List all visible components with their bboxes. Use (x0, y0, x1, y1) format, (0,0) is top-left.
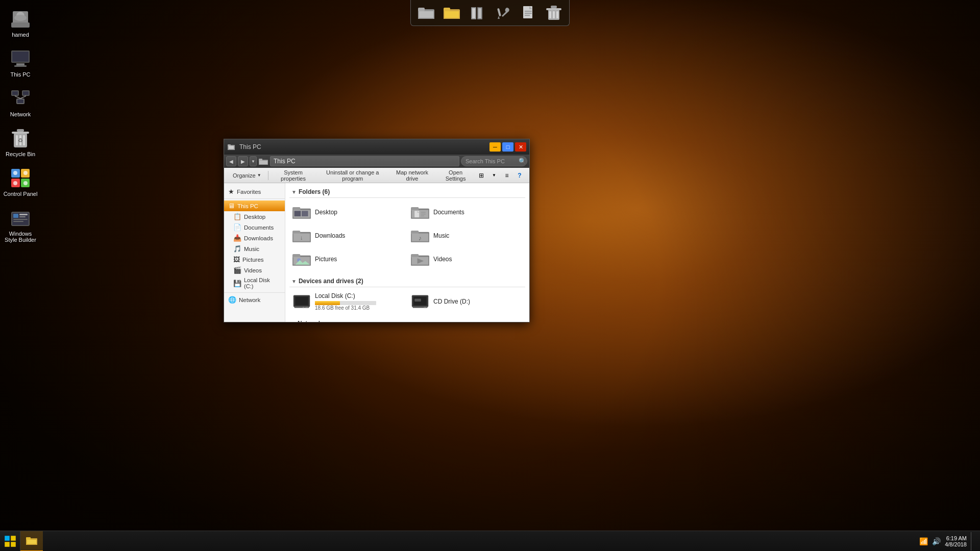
view-details-button[interactable]: ≡ (501, 170, 512, 181)
nav-folder-icon (258, 156, 268, 166)
ql-recycle-icon[interactable] (542, 2, 566, 23)
wsb-icon (10, 207, 31, 229)
window-toolbar: Organize ▼ System properties Uninstall o… (224, 168, 529, 183)
drives-section-header[interactable]: ▼ Devices and drives (2) (289, 274, 525, 287)
downloads-sidebar-icon: 📥 (233, 234, 241, 242)
ql-folder-icon[interactable] (414, 2, 438, 23)
minimize-button[interactable]: ─ (489, 142, 501, 152)
back-button[interactable]: ◀ (226, 156, 236, 166)
folder-videos[interactable]: Videos (408, 248, 525, 270)
wsb-label: Windows Style Builder (3, 231, 38, 243)
svg-rect-123 (27, 540, 36, 544)
view-tiles-button[interactable]: ⊞ (476, 170, 487, 181)
desktop-icons-area: hamed This PC Ne (0, 0, 41, 251)
svg-rect-73 (295, 211, 301, 216)
svg-rect-41 (419, 11, 433, 18)
svg-rect-80 (421, 212, 426, 213)
svg-rect-57 (553, 11, 555, 18)
desktop-icon-network[interactable]: Network (0, 85, 41, 120)
sidebar-music[interactable]: 🎵 Music (224, 243, 285, 254)
sidebar-divider-1 (224, 198, 285, 199)
svg-rect-33 (13, 214, 18, 218)
help-button[interactable]: ? (514, 170, 525, 181)
svg-rect-52 (525, 11, 532, 12)
svg-line-14 (15, 96, 20, 98)
folders-divider (289, 197, 525, 198)
organize-button[interactable]: Organize ▼ (228, 170, 266, 181)
folder-desktop[interactable]: Desktop (289, 201, 407, 223)
address-bar[interactable]: This PC (270, 156, 459, 166)
network-section-header[interactable]: ▶ Network (289, 317, 525, 322)
svg-point-28 (23, 171, 28, 175)
show-desktop-button[interactable] (971, 532, 975, 550)
sidebar-pictures[interactable]: 🖼 Pictures (224, 254, 285, 265)
drive-cd-d[interactable]: CD Drive (D:) (408, 290, 525, 313)
maximize-button[interactable]: □ (502, 142, 513, 152)
folder-music-icon: ♪ (411, 227, 429, 245)
local-disk-c-info: Local Disk (C:) 18.6 GB free of 31.4 GB (315, 292, 376, 311)
svg-point-29 (13, 181, 17, 185)
ql-tools-icon[interactable] (491, 2, 515, 23)
nav-dropdown-button[interactable]: ▼ (250, 156, 257, 166)
folders-section-header[interactable]: ▼ Folders (6) (289, 185, 525, 197)
view-dropdown-button[interactable]: ▼ (488, 170, 500, 181)
sidebar-divider-2 (224, 292, 285, 293)
ql-documents-icon[interactable] (516, 2, 541, 23)
search-input[interactable] (465, 158, 517, 164)
svg-point-3 (14, 15, 27, 21)
folder-desktop-icon (292, 203, 311, 221)
sidebar-this-pc[interactable]: 🖥 This PC (224, 201, 285, 211)
system-properties-button[interactable]: System properties (270, 170, 316, 181)
svg-rect-45 (445, 11, 459, 18)
sidebar-network[interactable]: 🌐 Network (224, 294, 285, 305)
local-disk-c-fill (315, 301, 340, 305)
ql-library-icon[interactable] (465, 2, 489, 23)
sidebar-local-disk[interactable]: 💾 Local Disk (C:) (224, 276, 285, 291)
open-settings-button[interactable]: Open Settings (436, 170, 475, 181)
ql-folder-open-icon[interactable] (439, 2, 464, 23)
close-button[interactable]: ✕ (515, 142, 526, 152)
toolbar-separator-1 (268, 171, 268, 180)
sidebar-documents[interactable]: 📄 Documents (224, 222, 285, 233)
explorer-window: This PC ─ □ ✕ ◀ ▶ ▼ This PC 🔍 (224, 139, 530, 322)
map-network-button[interactable]: Map network drive (389, 170, 435, 181)
desktop-icon-recycle-bin[interactable]: ♻ Recycle Bin (0, 124, 41, 160)
svg-rect-35 (19, 216, 26, 217)
svg-rect-53 (525, 13, 532, 14)
drive-local-disk-c[interactable]: Local Disk (C:) 18.6 GB free of 31.4 GB (289, 290, 407, 313)
desktop-icon-control-panel[interactable]: Control Panel (0, 164, 41, 200)
desktop-icon-this-pc[interactable]: This PC (0, 45, 41, 81)
svg-rect-60 (551, 6, 557, 8)
svg-rect-118 (5, 542, 10, 547)
svg-rect-36 (13, 219, 28, 220)
search-bar[interactable]: 🔍 (461, 156, 527, 166)
recycle-bin-icon: ♻ (10, 128, 31, 149)
folder-documents[interactable]: Documents (408, 201, 525, 223)
desktop-icon-wsb[interactable]: Windows Style Builder (0, 204, 41, 246)
drives-chevron: ▼ (291, 279, 297, 284)
network-icon (10, 88, 31, 109)
svg-rect-54 (525, 15, 530, 16)
folder-downloads[interactable]: ↓ Downloads (289, 224, 407, 247)
svg-rect-117 (11, 536, 16, 541)
start-button[interactable] (0, 531, 20, 552)
desktop-icon-hamed[interactable]: hamed (0, 5, 41, 41)
svg-rect-81 (421, 214, 426, 215)
folder-pictures[interactable]: Pictures (289, 248, 407, 270)
svg-rect-40 (418, 8, 425, 11)
sidebar-favorites[interactable]: ★ Favorites (224, 186, 285, 197)
control-panel-label: Control Panel (4, 191, 38, 197)
taskbar-file-explorer[interactable] (20, 531, 43, 552)
desktop-sidebar-icon: 📋 (233, 213, 241, 220)
folder-pictures-icon (292, 250, 311, 268)
svg-rect-20 (12, 132, 29, 134)
forward-button[interactable]: ▶ (238, 156, 248, 166)
videos-sidebar-icon: 🎬 (233, 266, 241, 274)
folders-chevron: ▼ (291, 189, 297, 195)
folder-music[interactable]: ♪ Music (408, 224, 525, 247)
uninstall-button[interactable]: Uninstall or change a program (317, 170, 388, 181)
sidebar-videos[interactable]: 🎬 Videos (224, 265, 285, 276)
explorer-body: ★ Favorites 🖥 This PC 📋 Desktop 📄 Docume… (224, 183, 529, 322)
sidebar-desktop[interactable]: 📋 Desktop (224, 211, 285, 222)
sidebar-downloads[interactable]: 📥 Downloads (224, 233, 285, 243)
